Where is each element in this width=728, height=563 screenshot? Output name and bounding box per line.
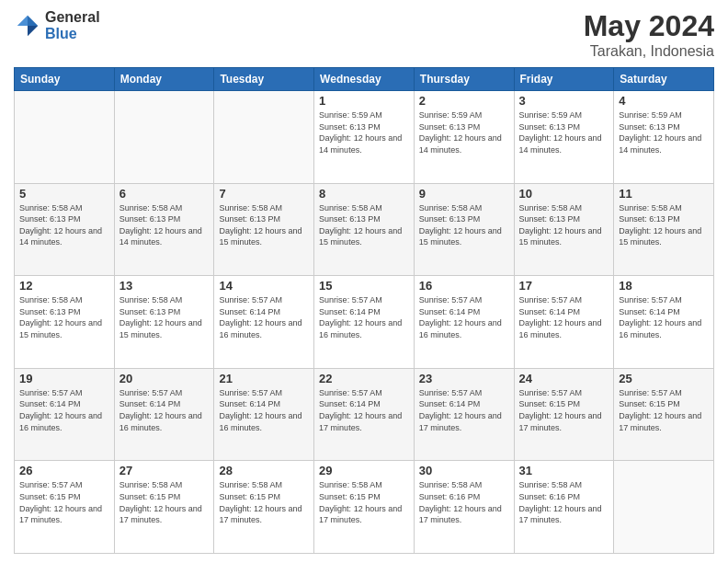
day-info: Sunrise: 5:58 AM Sunset: 6:13 PM Dayligh… xyxy=(119,202,210,248)
calendar-cell: 9Sunrise: 5:58 AM Sunset: 6:13 PM Daylig… xyxy=(414,183,514,276)
calendar-cell: 23Sunrise: 5:57 AM Sunset: 6:14 PM Dayli… xyxy=(414,368,514,461)
day-number: 5 xyxy=(19,187,109,201)
calendar-cell: 5Sunrise: 5:58 AM Sunset: 6:13 PM Daylig… xyxy=(15,183,115,276)
calendar-cell: 16Sunrise: 5:57 AM Sunset: 6:14 PM Dayli… xyxy=(414,276,514,369)
logo: General Blue xyxy=(14,9,100,41)
day-info: Sunrise: 5:58 AM Sunset: 6:13 PM Dayligh… xyxy=(619,202,709,248)
calendar-cell: 1Sunrise: 5:59 AM Sunset: 6:13 PM Daylig… xyxy=(314,91,415,184)
day-number: 21 xyxy=(219,372,309,385)
calendar-cell xyxy=(614,461,714,554)
calendar-cell: 15Sunrise: 5:57 AM Sunset: 6:14 PM Dayli… xyxy=(314,276,415,369)
day-info: Sunrise: 5:57 AM Sunset: 6:14 PM Dayligh… xyxy=(619,294,709,340)
day-number: 4 xyxy=(619,94,709,108)
calendar-cell: 18Sunrise: 5:57 AM Sunset: 6:14 PM Dayli… xyxy=(614,276,714,369)
subtitle: Tarakan, Indonesia xyxy=(584,43,714,60)
day-number: 22 xyxy=(319,372,409,385)
svg-marker-1 xyxy=(28,26,38,36)
day-info: Sunrise: 5:59 AM Sunset: 6:13 PM Dayligh… xyxy=(519,109,609,155)
day-number: 19 xyxy=(19,372,109,385)
week-row-4: 19Sunrise: 5:57 AM Sunset: 6:14 PM Dayli… xyxy=(15,368,714,461)
calendar-cell xyxy=(214,91,314,184)
day-info: Sunrise: 5:58 AM Sunset: 6:16 PM Dayligh… xyxy=(519,479,609,525)
calendar-cell: 20Sunrise: 5:57 AM Sunset: 6:14 PM Dayli… xyxy=(114,368,214,461)
day-number: 12 xyxy=(19,279,109,293)
day-header-saturday: Saturday xyxy=(614,68,714,91)
calendar-cell: 25Sunrise: 5:57 AM Sunset: 6:15 PM Dayli… xyxy=(614,368,714,461)
day-header-sunday: Sunday xyxy=(15,68,115,91)
day-info: Sunrise: 5:58 AM Sunset: 6:13 PM Dayligh… xyxy=(119,294,210,340)
page: General Blue May 2024 Tarakan, Indonesia… xyxy=(0,0,728,563)
calendar-cell: 24Sunrise: 5:57 AM Sunset: 6:15 PM Dayli… xyxy=(514,368,614,461)
svg-marker-2 xyxy=(17,15,28,25)
day-number: 31 xyxy=(519,464,609,477)
calendar-cell: 21Sunrise: 5:57 AM Sunset: 6:14 PM Dayli… xyxy=(214,368,314,461)
day-info: Sunrise: 5:58 AM Sunset: 6:16 PM Dayligh… xyxy=(419,479,509,525)
calendar-cell: 26Sunrise: 5:57 AM Sunset: 6:15 PM Dayli… xyxy=(15,461,115,554)
calendar-cell: 4Sunrise: 5:59 AM Sunset: 6:13 PM Daylig… xyxy=(614,91,714,184)
logo-icon xyxy=(14,12,41,40)
main-title: May 2024 xyxy=(584,9,714,43)
day-info: Sunrise: 5:57 AM Sunset: 6:14 PM Dayligh… xyxy=(219,387,309,433)
calendar: SundayMondayTuesdayWednesdayThursdayFrid… xyxy=(14,67,714,554)
day-info: Sunrise: 5:59 AM Sunset: 6:13 PM Dayligh… xyxy=(419,109,509,155)
week-row-5: 26Sunrise: 5:57 AM Sunset: 6:15 PM Dayli… xyxy=(15,461,714,554)
calendar-cell xyxy=(15,91,115,184)
logo-general: General xyxy=(45,9,100,26)
logo-text: General Blue xyxy=(45,9,100,41)
day-number: 18 xyxy=(619,279,709,293)
calendar-cell: 7Sunrise: 5:58 AM Sunset: 6:13 PM Daylig… xyxy=(214,183,314,276)
day-number: 29 xyxy=(319,464,409,477)
day-number: 15 xyxy=(319,279,409,293)
day-number: 1 xyxy=(319,94,409,108)
calendar-cell: 19Sunrise: 5:57 AM Sunset: 6:14 PM Dayli… xyxy=(15,368,115,461)
day-number: 24 xyxy=(519,372,609,385)
day-info: Sunrise: 5:57 AM Sunset: 6:14 PM Dayligh… xyxy=(519,294,609,340)
calendar-cell: 22Sunrise: 5:57 AM Sunset: 6:14 PM Dayli… xyxy=(314,368,415,461)
calendar-cell xyxy=(114,91,214,184)
calendar-cell: 30Sunrise: 5:58 AM Sunset: 6:16 PM Dayli… xyxy=(414,461,514,554)
logo-blue: Blue xyxy=(45,26,100,42)
day-info: Sunrise: 5:58 AM Sunset: 6:13 PM Dayligh… xyxy=(419,202,509,248)
day-number: 27 xyxy=(119,464,210,477)
calendar-cell: 8Sunrise: 5:58 AM Sunset: 6:13 PM Daylig… xyxy=(314,183,415,276)
day-number: 7 xyxy=(219,187,309,201)
calendar-cell: 3Sunrise: 5:59 AM Sunset: 6:13 PM Daylig… xyxy=(514,91,614,184)
day-header-tuesday: Tuesday xyxy=(214,68,314,91)
day-info: Sunrise: 5:57 AM Sunset: 6:15 PM Dayligh… xyxy=(619,387,709,433)
day-number: 28 xyxy=(219,464,309,477)
day-number: 16 xyxy=(419,279,509,293)
day-info: Sunrise: 5:57 AM Sunset: 6:14 PM Dayligh… xyxy=(319,387,409,433)
svg-marker-0 xyxy=(28,15,38,25)
calendar-cell: 28Sunrise: 5:58 AM Sunset: 6:15 PM Dayli… xyxy=(214,461,314,554)
day-number: 14 xyxy=(219,279,309,293)
day-info: Sunrise: 5:58 AM Sunset: 6:15 PM Dayligh… xyxy=(219,479,309,525)
day-info: Sunrise: 5:57 AM Sunset: 6:14 PM Dayligh… xyxy=(119,387,210,433)
calendar-cell: 11Sunrise: 5:58 AM Sunset: 6:13 PM Dayli… xyxy=(614,183,714,276)
day-number: 23 xyxy=(419,372,509,385)
calendar-cell: 17Sunrise: 5:57 AM Sunset: 6:14 PM Dayli… xyxy=(514,276,614,369)
calendar-cell: 10Sunrise: 5:58 AM Sunset: 6:13 PM Dayli… xyxy=(514,183,614,276)
day-header-friday: Friday xyxy=(514,68,614,91)
day-info: Sunrise: 5:58 AM Sunset: 6:13 PM Dayligh… xyxy=(19,294,109,340)
title-section: May 2024 Tarakan, Indonesia xyxy=(584,9,714,60)
day-number: 11 xyxy=(619,187,709,201)
day-number: 9 xyxy=(419,187,509,201)
day-info: Sunrise: 5:57 AM Sunset: 6:15 PM Dayligh… xyxy=(519,387,609,433)
week-row-2: 5Sunrise: 5:58 AM Sunset: 6:13 PM Daylig… xyxy=(15,183,714,276)
day-number: 20 xyxy=(119,372,210,385)
days-header-row: SundayMondayTuesdayWednesdayThursdayFrid… xyxy=(15,68,714,91)
day-info: Sunrise: 5:57 AM Sunset: 6:14 PM Dayligh… xyxy=(219,294,309,340)
calendar-cell: 31Sunrise: 5:58 AM Sunset: 6:16 PM Dayli… xyxy=(514,461,614,554)
calendar-cell: 2Sunrise: 5:59 AM Sunset: 6:13 PM Daylig… xyxy=(414,91,514,184)
day-header-thursday: Thursday xyxy=(414,68,514,91)
day-info: Sunrise: 5:57 AM Sunset: 6:14 PM Dayligh… xyxy=(19,387,109,433)
day-number: 2 xyxy=(419,94,509,108)
day-info: Sunrise: 5:58 AM Sunset: 6:15 PM Dayligh… xyxy=(319,479,409,525)
day-info: Sunrise: 5:57 AM Sunset: 6:14 PM Dayligh… xyxy=(319,294,409,340)
calendar-cell: 14Sunrise: 5:57 AM Sunset: 6:14 PM Dayli… xyxy=(214,276,314,369)
calendar-cell: 6Sunrise: 5:58 AM Sunset: 6:13 PM Daylig… xyxy=(114,183,214,276)
day-header-wednesday: Wednesday xyxy=(314,68,415,91)
day-info: Sunrise: 5:59 AM Sunset: 6:13 PM Dayligh… xyxy=(319,109,409,155)
day-number: 13 xyxy=(119,279,210,293)
day-number: 25 xyxy=(619,372,709,385)
